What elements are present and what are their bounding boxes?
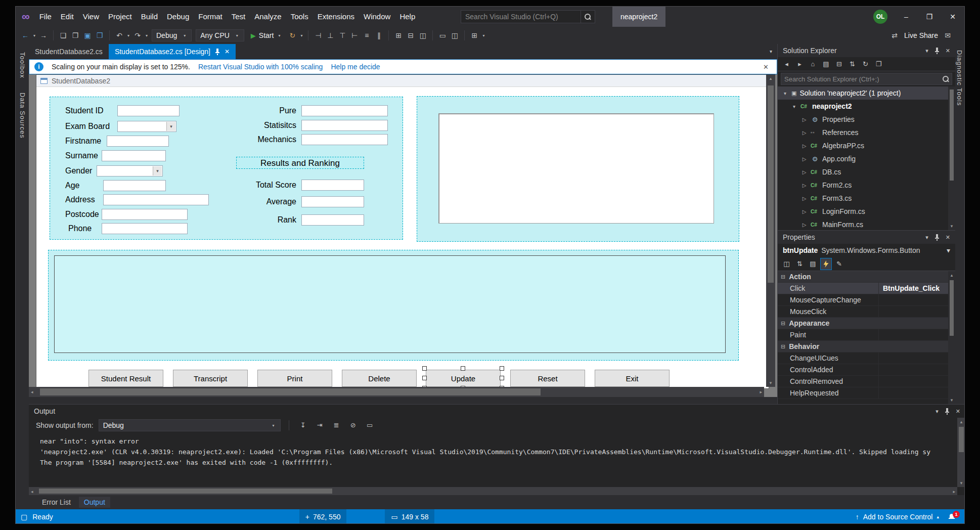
update-button[interactable]: Update (426, 370, 501, 387)
live-share-icon[interactable]: ⇄ (889, 29, 900, 41)
studentid-input[interactable] (117, 105, 180, 116)
wrap-lines-icon[interactable]: ≣ (331, 420, 342, 431)
expander-icon[interactable]: ▷ (801, 183, 808, 188)
menu-analyze[interactable]: Analyze (250, 7, 286, 27)
category-behavior[interactable]: ⊟ Behavior (778, 341, 948, 352)
totalscore-input[interactable] (301, 180, 364, 191)
solution-explorer-scrollbar[interactable]: ▾ (948, 86, 955, 230)
exit-button[interactable]: Exit (595, 370, 670, 387)
designed-form[interactable]: StudentDatabase2 Student ID Exam Board ▾… (36, 74, 769, 389)
tree-item-references[interactable]: ▷ ▫▫ References (778, 126, 948, 139)
close-panel-icon[interactable]: ✕ (946, 48, 950, 54)
student-details-groupbox[interactable]: Student ID Exam Board ▾ Firstname Surnam… (50, 97, 403, 240)
expander-icon[interactable]: ▷ (801, 196, 808, 201)
account-avatar[interactable]: OL (873, 10, 887, 24)
reset-button[interactable]: Reset (510, 370, 585, 387)
property-row-click[interactable]: Click BtnUpdate_Click (778, 283, 948, 294)
average-input[interactable] (301, 196, 364, 207)
scroll-down-icon[interactable]: ▾ (948, 224, 955, 229)
search-box[interactable] (461, 10, 595, 23)
category-appearance[interactable]: ⊟ Appearance (778, 318, 948, 329)
sync-with-active-document-icon[interactable]: ⇅ (847, 59, 858, 70)
refresh-icon[interactable]: ↻ (860, 59, 871, 70)
bring-to-front-icon[interactable]: ⊞ (469, 29, 480, 41)
property-value[interactable] (879, 329, 948, 340)
property-row-controlremoved[interactable]: ControlRemoved (778, 376, 948, 387)
start-debugging-button[interactable]: ▶ Start ▾ (247, 29, 286, 41)
vertical-spacing-icon[interactable]: ◫ (449, 29, 460, 41)
tab-studentdatabase2-design[interactable]: StudentDatabase2.cs [Design] ✕ (109, 44, 236, 59)
close-button[interactable]: ✕ (941, 7, 964, 27)
scroll-up-icon[interactable]: ▴ (766, 76, 775, 81)
output-tab[interactable]: Output (79, 497, 110, 508)
property-row-helprequested[interactable]: HelpRequested (778, 387, 948, 399)
gender-combobox[interactable]: ▾ (97, 165, 163, 176)
scrollbar-thumb[interactable] (39, 489, 332, 494)
save-icon[interactable]: ▣ (82, 29, 93, 41)
align-lefts-icon[interactable]: ⊣ (313, 29, 324, 41)
dropdown-arrow-icon[interactable]: ▾ (153, 166, 162, 175)
property-value[interactable] (879, 352, 948, 364)
search-icon[interactable] (940, 76, 952, 82)
scrollbar-thumb[interactable] (40, 388, 541, 395)
menu-debug[interactable]: Debug (162, 7, 194, 27)
properties-view-icon[interactable]: ▤ (807, 258, 819, 270)
results-grid-groupbox[interactable] (48, 250, 739, 361)
redo-dropdown-icon[interactable]: ▾ (144, 33, 149, 38)
menu-view[interactable]: View (78, 7, 104, 27)
scroll-right-icon[interactable]: ▸ (953, 489, 955, 494)
resize-handle[interactable] (422, 366, 427, 371)
scroll-up-icon[interactable]: ▴ (948, 273, 955, 278)
postcode-input[interactable] (102, 209, 188, 220)
tree-item-properties[interactable]: ▷ ⚙ Properties (778, 113, 948, 126)
chevron-down-icon[interactable]: ▾ (925, 234, 928, 241)
show-all-files-icon[interactable]: ❐ (873, 59, 884, 70)
dropdown-arrow-icon[interactable]: ▾ (166, 122, 175, 131)
redo-icon[interactable]: ↷ (132, 29, 143, 41)
scroll-down-icon[interactable]: ▾ (766, 380, 775, 385)
tree-item-loginform[interactable]: ▷ C# LoginForm.cs (778, 205, 948, 218)
property-row-mouseclick[interactable]: MouseClick (778, 306, 948, 318)
solution-explorer-search-box[interactable] (781, 73, 952, 85)
go-to-message-icon[interactable]: ⇥ (314, 420, 326, 431)
alphabetical-icon[interactable]: ⇅ (794, 258, 806, 270)
property-pages-icon[interactable]: ✎ (833, 258, 845, 270)
align-centers-icon[interactable]: ≡ (361, 29, 372, 41)
output-source-dropdown[interactable]: Debug ▾ (99, 419, 281, 431)
project-name-badge[interactable]: neaproject2 (612, 7, 665, 27)
category-action[interactable]: ⊟ Action (778, 271, 948, 283)
search-input[interactable] (461, 11, 581, 23)
solution-platform-dropdown[interactable]: Any CPU ▾ (196, 29, 244, 41)
pin-icon[interactable] (934, 234, 940, 241)
delete-button[interactable]: Delete (342, 370, 417, 387)
expander-icon[interactable]: ▷ (801, 222, 808, 228)
output-log[interactable]: near "into": syntax error 'neaproject2.e… (29, 434, 956, 486)
hot-reload-dropdown-icon[interactable]: ▾ (299, 33, 304, 38)
live-share-label[interactable]: Live Share (904, 31, 938, 39)
menu-window[interactable]: Window (359, 7, 395, 27)
maximize-button[interactable]: ❐ (918, 7, 941, 27)
layout-dropdown-icon[interactable]: ▾ (481, 33, 486, 38)
transcript-button[interactable]: Transcript (173, 370, 248, 387)
menu-build[interactable]: Build (137, 7, 162, 27)
scroll-up-icon[interactable]: ▴ (957, 419, 965, 424)
search-icon[interactable] (581, 11, 595, 23)
menu-extensions[interactable]: Extensions (313, 7, 359, 27)
property-value[interactable] (879, 294, 948, 305)
property-value[interactable] (879, 364, 948, 375)
diagnostic-tools-tab[interactable]: Diagnostic Tools (956, 50, 963, 106)
data-sources-tab[interactable]: Data Sources (19, 93, 26, 139)
expander-icon[interactable]: ▾ (782, 91, 788, 96)
scroll-down-icon[interactable]: ▾ (948, 398, 955, 403)
output-vertical-scrollbar[interactable]: ▴ ▾ (957, 418, 965, 487)
tree-item-form3[interactable]: ▷ C# Form3.cs (778, 192, 948, 205)
switch-views-icon[interactable]: ▤ (820, 59, 832, 70)
pure-input[interactable] (301, 105, 388, 116)
close-tab-icon[interactable]: ✕ (225, 44, 230, 59)
back-icon[interactable]: ◂ (781, 59, 792, 70)
restart-with-100-scaling-link[interactable]: Restart Visual Studio with 100% scaling (198, 63, 323, 71)
categorized-icon[interactable]: ◫ (781, 258, 792, 270)
align-rights-icon[interactable]: ⊢ (349, 29, 360, 41)
picture-groupbox[interactable] (417, 96, 739, 242)
expander-icon[interactable]: ▷ (801, 209, 808, 214)
